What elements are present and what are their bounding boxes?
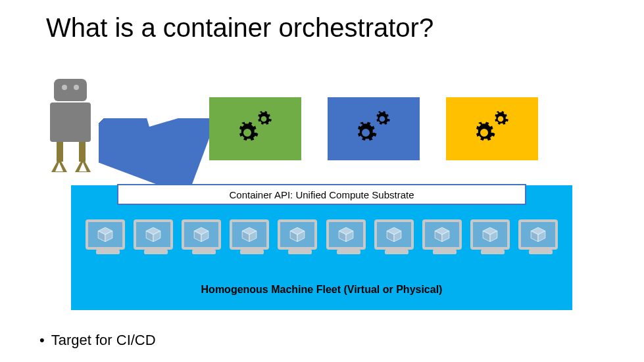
api-bar-label: Container API: Unified Compute Substrate bbox=[230, 189, 414, 200]
container-boxes bbox=[209, 97, 538, 160]
machine-fleet bbox=[86, 219, 558, 250]
machine-icon bbox=[278, 219, 317, 250]
bullet-label: Target for CI/CD bbox=[51, 332, 156, 349]
slide-title: What is a container orchestrator? bbox=[46, 13, 433, 43]
machine-icon bbox=[182, 219, 221, 250]
svg-line-1 bbox=[151, 125, 201, 171]
container-box-yellow bbox=[446, 97, 538, 160]
machine-icon bbox=[86, 219, 125, 250]
machine-icon bbox=[422, 219, 462, 250]
arrows-icon bbox=[99, 118, 211, 184]
machine-icon bbox=[230, 219, 269, 250]
gears-icon bbox=[354, 110, 393, 147]
container-box-green bbox=[209, 97, 301, 160]
machine-icon bbox=[470, 219, 510, 250]
machine-icon bbox=[374, 219, 414, 250]
bullet-target-cicd: Target for CI/CD bbox=[39, 332, 156, 349]
container-box-blue bbox=[328, 97, 420, 160]
gears-icon bbox=[235, 110, 275, 147]
svg-line-0 bbox=[105, 122, 148, 168]
substrate-panel: Container API: Unified Compute Substrate… bbox=[71, 185, 572, 310]
api-bar: Container API: Unified Compute Substrate bbox=[117, 184, 526, 205]
machine-icon bbox=[134, 219, 173, 250]
gears-icon bbox=[472, 110, 512, 147]
machine-icon bbox=[326, 219, 366, 250]
fleet-label: Homogenous Machine Fleet (Virtual or Phy… bbox=[71, 284, 572, 296]
machine-icon bbox=[518, 219, 558, 250]
robot-icon bbox=[45, 79, 97, 177]
